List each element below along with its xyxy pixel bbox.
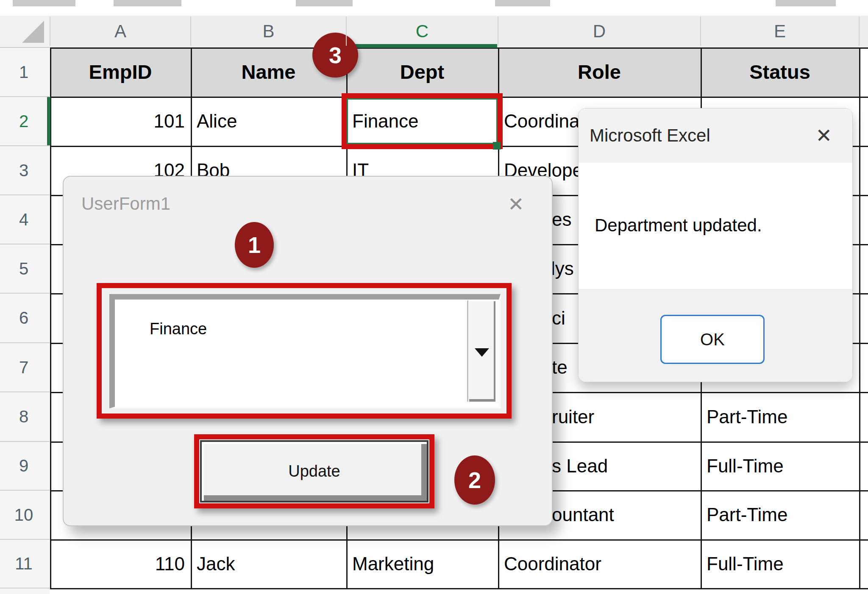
grid-line [859, 47, 860, 589]
message-box-footer: OK [579, 289, 852, 382]
userform-title: UserForm1 [81, 194, 170, 214]
grid-line [50, 588, 868, 589]
cell-fragment-D8[interactable]: ruiter [552, 392, 594, 441]
close-icon[interactable]: ✕ [508, 194, 524, 214]
cell-D1[interactable]: Role [504, 47, 695, 97]
selected-row-accent [47, 97, 50, 145]
row-header-7[interactable]: 7 [0, 343, 47, 392]
top-strip-block [296, 0, 353, 6]
cell-D11[interactable]: Coordinator [504, 539, 695, 588]
combobox-dropdown-button[interactable] [467, 300, 495, 402]
row-header-6[interactable]: 6 [0, 293, 47, 343]
annotation-badge-2: 2 [454, 455, 495, 505]
cell-fragment-D5[interactable]: lys [551, 244, 574, 293]
column-separator [700, 17, 701, 46]
column-separator [190, 17, 191, 46]
row-separator [0, 342, 50, 343]
column-separator [50, 17, 50, 46]
row-header-1[interactable]: 1 [0, 47, 47, 97]
row-header-10[interactable]: 10 [0, 490, 47, 539]
column-header-C[interactable]: C [346, 16, 498, 47]
row-separator [0, 293, 50, 294]
cell-E10[interactable]: Part-Time [707, 490, 853, 539]
top-strip-block [114, 0, 181, 6]
row-separator [0, 441, 50, 442]
row-header-11[interactable]: 11 [0, 539, 47, 588]
cell-fragment-D6[interactable]: ci [552, 293, 565, 343]
annotation-box-update-button: Update [194, 434, 434, 508]
cell-A2[interactable]: 101 [56, 97, 185, 146]
cell-C1[interactable]: Dept [352, 47, 492, 97]
cell-fragment-D9[interactable]: s Lead [552, 441, 608, 490]
close-icon[interactable]: ✕ [815, 108, 832, 163]
row-header-3[interactable]: 3 [0, 146, 47, 195]
chevron-down-icon [475, 348, 489, 357]
combobox-value: Finance [150, 320, 207, 338]
cell-E9[interactable]: Full-Time [707, 441, 853, 490]
top-strip [0, 0, 868, 14]
fill-handle[interactable] [493, 142, 501, 150]
cell-A1[interactable]: EmpID [56, 47, 185, 97]
column-separator [346, 17, 347, 46]
message-box-title: Microsoft Excel [590, 108, 710, 163]
top-strip-block [495, 0, 550, 6]
annotation-box-dept-cell [342, 93, 503, 149]
cell-B2[interactable]: Alice [197, 97, 340, 146]
cell-B11[interactable]: Jack [197, 539, 340, 588]
row-separator [0, 539, 50, 540]
row-separator [0, 490, 50, 491]
excel-message-box: Microsoft Excel ✕ Department updated. OK [578, 108, 853, 382]
row-header-2[interactable]: 2 [0, 97, 47, 146]
ok-button[interactable]: OK [660, 315, 765, 364]
row-separator [0, 96, 50, 97]
column-header-D[interactable]: D [498, 16, 701, 47]
cell-E1[interactable]: Status [707, 47, 853, 97]
row-separator [0, 391, 50, 392]
cell-fragment-D10[interactable]: ountant [552, 490, 614, 539]
cell-E8[interactable]: Part-Time [707, 392, 853, 441]
corner-triangle-icon [22, 21, 44, 43]
row-separator [0, 588, 50, 588]
cell-A11[interactable]: 110 [56, 539, 185, 588]
column-separator [859, 17, 860, 46]
message-box-titlebar: Microsoft Excel ✕ [579, 108, 852, 163]
department-combobox[interactable]: Finance [109, 294, 501, 408]
top-strip-block [13, 0, 75, 6]
annotation-box-combobox: Finance [97, 283, 512, 419]
row-header-4[interactable]: 4 [0, 195, 47, 244]
row-header-9[interactable]: 9 [0, 441, 47, 490]
message-text: Department updated. [595, 215, 762, 236]
row-separator [0, 47, 50, 48]
cell-C11[interactable]: Marketing [352, 539, 492, 588]
column-header-B[interactable]: B [191, 16, 346, 47]
excel-screen: EmpIDNameDeptRoleStatus101AliceFinanceCo… [0, 0, 868, 594]
select-all-corner[interactable] [0, 16, 50, 47]
update-button[interactable]: Update [200, 440, 428, 502]
row-header-5[interactable]: 5 [0, 244, 47, 293]
cell-fragment-D4[interactable]: es [552, 195, 571, 244]
row-separator [0, 145, 50, 146]
row-separator [0, 244, 50, 244]
top-strip-block [776, 0, 836, 6]
column-header-E[interactable]: E [701, 16, 859, 47]
annotation-badge-1: 1 [235, 222, 274, 268]
cell-E11[interactable]: Full-Time [707, 539, 853, 588]
row-separator [0, 194, 50, 195]
column-separator [498, 17, 498, 46]
cell-fragment-D7[interactable]: te [552, 343, 568, 392]
column-header-A[interactable]: A [50, 16, 191, 47]
row-header-8[interactable]: 8 [0, 392, 47, 441]
